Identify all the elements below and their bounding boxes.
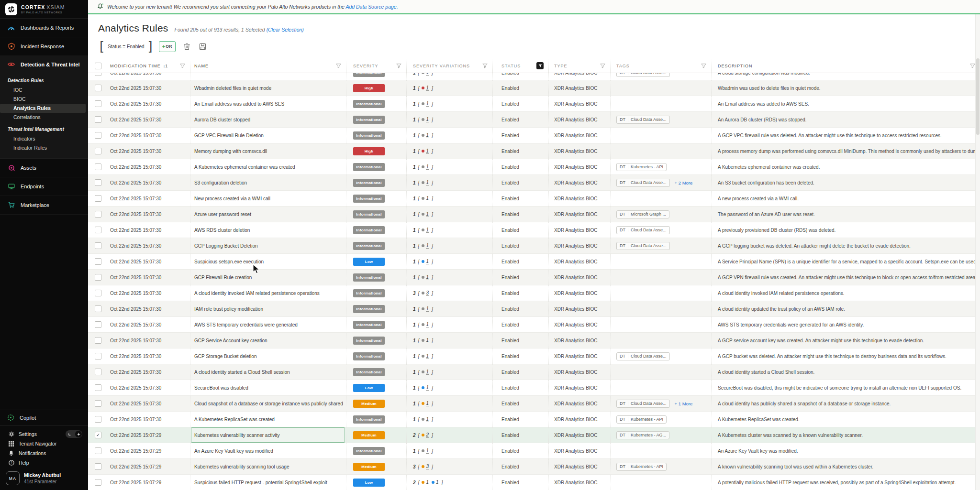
row-checkbox[interactable] xyxy=(95,132,101,139)
table-row[interactable]: Oct 22nd 2025 15:07:30Suspicious setspn.… xyxy=(88,254,980,270)
severity-variations[interactable]: 1[1] xyxy=(413,385,433,391)
table-row[interactable]: Oct 22nd 2025 15:07:30GCP VPC Firewall R… xyxy=(88,128,980,143)
rule-name-cell[interactable]: Azure user password reset xyxy=(190,207,346,222)
rule-name-cell[interactable]: Kubernetes vulnerability scanning tool u… xyxy=(190,459,346,474)
sidebar-item-dashboards-reports[interactable]: Dashboards & Reports xyxy=(0,19,88,37)
rule-name-cell[interactable]: AWS RDS cluster deletion xyxy=(190,222,346,238)
column-header-modification_time[interactable]: MODIFICATION TIME↓1 xyxy=(106,59,190,73)
table-row[interactable]: Oct 22nd 2025 15:07:30A Kubernetes ephem… xyxy=(88,159,980,175)
sidebar-item-incident-response[interactable]: Incident Response xyxy=(0,37,88,56)
row-checkbox[interactable] xyxy=(95,242,101,249)
variation-count[interactable]: 3 xyxy=(426,464,429,469)
rule-name-cell[interactable]: GCP VPC Firewall Rule Deletion xyxy=(190,128,346,143)
rule-name-cell[interactable]: Suspicious failed HTTP request - potenti… xyxy=(190,475,346,490)
table-row[interactable]: Oct 22nd 2025 15:07:30A cloud identity i… xyxy=(88,285,980,301)
severity-variations[interactable]: 1[1] xyxy=(413,243,433,249)
row-checkbox[interactable] xyxy=(95,85,101,91)
variation-count[interactable]: 1 xyxy=(426,132,429,138)
column-filter-button[interactable] xyxy=(482,64,492,68)
row-checkbox[interactable] xyxy=(95,305,101,312)
variation-count[interactable]: 1 xyxy=(426,385,429,391)
row-checkbox[interactable] xyxy=(95,384,101,391)
table-row[interactable]: Oct 22nd 2025 15:07:30GCP Firewall Rule … xyxy=(88,270,980,285)
column-filter-button[interactable] xyxy=(600,64,610,68)
filter-pill-status-enabled[interactable]: [ Status = Enabled ] xyxy=(100,40,153,53)
variation-count[interactable]: 1 xyxy=(426,85,429,91)
delete-filter-button[interactable] xyxy=(183,42,191,51)
row-checkbox[interactable] xyxy=(95,400,101,407)
column-header-name[interactable]: NAME xyxy=(190,59,346,73)
variation-count[interactable]: 1 xyxy=(426,369,429,375)
table-row[interactable]: ✓Oct 22nd 2025 15:07:29Kubernetes vulner… xyxy=(88,427,980,443)
sidebar-item-copilot[interactable]: Copilot xyxy=(0,410,88,426)
tag-pill[interactable]: DTMicrosoft Graph ... xyxy=(616,210,669,218)
table-row[interactable]: Oct 22nd 2025 15:07:30Wbadmin deleted fi… xyxy=(88,80,980,96)
theme-toggle[interactable] xyxy=(66,430,82,438)
variation-count[interactable]: 1 xyxy=(426,148,429,154)
variation-count[interactable]: 1 xyxy=(426,164,429,170)
rule-name-cell[interactable]: S3 configuration deletion xyxy=(190,175,346,190)
row-checkbox[interactable] xyxy=(95,73,101,76)
rule-name-cell[interactable]: Suspicious setspn.exe execution xyxy=(190,254,346,269)
column-filter-button[interactable] xyxy=(336,64,346,68)
rule-name-cell[interactable]: Wbadmin deleted files in quiet mode xyxy=(190,80,346,96)
severity-variations[interactable]: 1[1] xyxy=(413,259,433,264)
rule-name-cell[interactable]: A cloud identity invoked IAM related per… xyxy=(190,285,346,301)
sidebar-item-endpoints[interactable]: Endpoints xyxy=(0,177,88,196)
row-checkbox[interactable] xyxy=(95,274,101,281)
variation-count[interactable]: 3 xyxy=(426,290,429,296)
variation-count[interactable]: 1 xyxy=(426,73,429,76)
tag-pill[interactable]: DTCloud Data Asse... xyxy=(616,179,670,187)
tag-pill[interactable]: DTCloud Data Asse... xyxy=(616,116,670,124)
tag-pill[interactable]: DTKubernetes - API xyxy=(616,163,667,171)
user-profile[interactable]: MA Mickey Abutbul 41st Parameter xyxy=(0,468,88,488)
sidebar-item-notifications[interactable]: Notifications xyxy=(0,448,88,458)
table-row[interactable]: Oct 22nd 2025 15:07:30AWS RDS cluster de… xyxy=(88,222,980,238)
sidebar-item-assets[interactable]: Assets xyxy=(0,159,88,177)
variation-count[interactable]: 1 xyxy=(426,227,429,233)
severity-variations[interactable]: 1[1] xyxy=(413,322,433,327)
rule-name-cell[interactable]: IAM role trust policy modification xyxy=(190,301,346,316)
row-checkbox[interactable] xyxy=(95,100,101,107)
severity-variations[interactable]: 3[3] xyxy=(413,290,433,296)
tag-pill[interactable]: DTCloud Data Asse... xyxy=(616,242,670,250)
row-checkbox[interactable] xyxy=(95,195,101,202)
rule-name-cell[interactable]: SecureBoot was disabled xyxy=(190,380,346,395)
add-data-source-link[interactable]: Add Data Source page. xyxy=(345,4,398,10)
row-checkbox[interactable] xyxy=(95,163,101,170)
table-row[interactable]: Oct 22nd 2025 15:07:30Memory dumping wit… xyxy=(88,143,980,159)
severity-variations[interactable]: 1[1] xyxy=(413,101,433,107)
severity-variations[interactable]: 1[1] xyxy=(413,448,433,454)
variation-count[interactable]: 1 xyxy=(426,211,429,217)
variation-count[interactable]: 1 xyxy=(426,306,429,312)
rule-name-cell[interactable]: GCP Storage Bucket deletion xyxy=(190,348,346,364)
rule-name-cell[interactable] xyxy=(190,73,346,80)
rule-name-cell[interactable]: Aurora DB cluster stopped xyxy=(190,112,346,127)
row-checkbox[interactable] xyxy=(95,148,101,154)
rule-name-cell[interactable]: An Email address was added to AWS SES xyxy=(190,96,346,111)
table-row[interactable]: Oct 22nd 2025 15:07:30A cloud identity s… xyxy=(88,364,980,380)
table-row[interactable]: Oct 22nd 2025 15:07:30Aurora DB cluster … xyxy=(88,112,980,128)
tags-more-link[interactable]: + 2 More xyxy=(675,180,693,185)
table-row[interactable]: Oct 22nd 2025 15:07:30S3 configuration d… xyxy=(88,175,980,191)
column-filter-button[interactable] xyxy=(180,64,190,68)
sidebar-item-analytics-rules[interactable]: Analytics Rules xyxy=(0,104,86,113)
row-checkbox[interactable] xyxy=(95,227,101,233)
variation-count[interactable]: 1 xyxy=(426,448,429,454)
table-row[interactable]: Oct 22nd 2025 15:07:30GCP Logging Bucket… xyxy=(88,238,980,254)
variation-count[interactable]: 1 xyxy=(426,259,429,264)
row-checkbox[interactable] xyxy=(95,321,101,328)
sidebar-item-indicator-rules[interactable]: Indicator Rules xyxy=(0,143,86,152)
sort-indicator-icon[interactable]: ↓1 xyxy=(163,64,168,68)
save-filter-button[interactable] xyxy=(199,42,207,51)
variation-count[interactable]: 1 xyxy=(436,479,439,485)
table-row[interactable]: Oct 22nd 2025 15:07:30Azure user passwor… xyxy=(88,207,980,222)
tag-pill[interactable]: DTCloud Data Asse... xyxy=(616,352,670,360)
rule-name-cell[interactable]: New process created via a WMI call xyxy=(190,191,346,206)
row-checkbox[interactable]: ✓ xyxy=(95,432,101,438)
row-checkbox[interactable] xyxy=(95,179,101,186)
clear-selection-link[interactable]: (Clear Selection) xyxy=(267,27,304,33)
rule-name-cell[interactable]: A cloud identity started a Cloud Shell s… xyxy=(190,364,346,380)
variation-count[interactable]: 1 xyxy=(426,243,429,249)
column-filter-button[interactable] xyxy=(701,64,711,68)
